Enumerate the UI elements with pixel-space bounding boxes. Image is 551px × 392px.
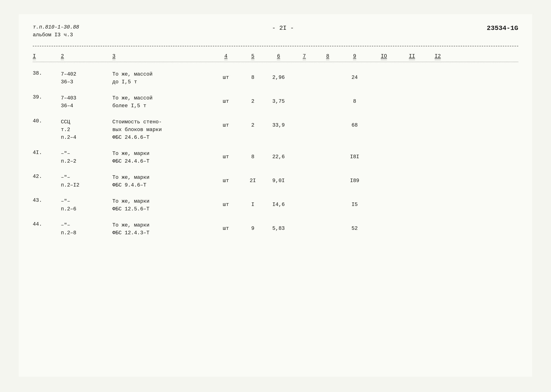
- row-44-c7: [293, 220, 316, 226]
- row-40-num: 40.: [33, 117, 61, 124]
- row-43-c7: [293, 196, 316, 202]
- row-44-c10: [370, 220, 398, 226]
- header-area: т.п.810-1-30.88 альбом I3 ч.3 - 2I - 235…: [33, 23, 518, 39]
- row-42-unit: шт: [211, 173, 241, 184]
- row-42-price: 9,0I: [265, 173, 293, 184]
- data-table: 38. 7–402 36–3 То же, массой до I,5 т шт…: [33, 64, 518, 239]
- row-38-total: 24: [339, 70, 370, 81]
- row-41-price: 22,6: [265, 149, 293, 160]
- row-39-price: 3,75: [265, 93, 293, 104]
- row-44-num: 44.: [33, 220, 61, 227]
- col-header-2: 2: [61, 53, 112, 60]
- table-row: 38. 7–402 36–3 То же, массой до I,5 т шт…: [33, 64, 518, 88]
- table-row: 40. ССЦ т.2 п.2–4 Стоимость стено- вых б…: [33, 112, 518, 144]
- row-44-c8: [316, 220, 339, 226]
- row-40-c7: [293, 117, 316, 122]
- row-38-qty: 8: [241, 70, 265, 81]
- row-41-total: I8I: [339, 149, 370, 160]
- row-40-c12: [426, 117, 449, 122]
- col-header-6: 6: [265, 53, 293, 60]
- row-44-code: –"– п.2–8: [61, 220, 112, 237]
- row-41-code: –"– п.2–2: [61, 149, 112, 165]
- row-43-c10: [370, 196, 398, 202]
- row-43-qty: I: [241, 196, 265, 208]
- row-39-c11: [398, 93, 426, 98]
- row-43-desc: То же, марки ФБС 12.5.6–Т: [112, 196, 211, 213]
- row-44-unit: шт: [211, 220, 241, 231]
- row-39-c8: [316, 93, 339, 98]
- row-40-code: ССЦ т.2 п.2–4: [61, 117, 112, 141]
- row-41-c12: [426, 149, 449, 154]
- table-row: 42. –"– п.2–I2 То же, марки ФБС 9.4.6–Т …: [33, 168, 518, 191]
- row-38-c12: [426, 70, 449, 75]
- top-dashed-line: [33, 46, 518, 46]
- col-header-4: 4: [211, 53, 241, 60]
- table-row: 44. –"– п.2–8 То же, марки ФБС 12.4.3–Т …: [33, 215, 518, 239]
- row-41-desc: То же, марки ФБС 24.4.6–Т: [112, 149, 211, 165]
- row-38-unit: шт: [211, 70, 241, 81]
- row-43-price: I4,6: [265, 196, 293, 208]
- row-38-desc: То же, массой до I,5 т: [112, 70, 211, 86]
- row-42-code: –"– п.2–I2: [61, 173, 112, 189]
- col-header-5: 5: [241, 53, 265, 60]
- row-38-num: 38.: [33, 70, 61, 76]
- row-42-num: 42.: [33, 173, 61, 180]
- row-41-unit: шт: [211, 149, 241, 160]
- row-42-c11: [398, 173, 426, 178]
- row-40-c11: [398, 117, 426, 122]
- row-41-c10: [370, 149, 398, 154]
- row-38-c11: [398, 70, 426, 75]
- row-40-price: 33,9: [265, 117, 293, 128]
- row-39-desc: То же, массой более I,5 т: [112, 93, 211, 110]
- row-43-total: I5: [339, 196, 370, 208]
- row-41-c8: [316, 149, 339, 154]
- doc-number: 23534-1G: [487, 23, 518, 32]
- row-41-qty: 8: [241, 149, 265, 160]
- row-44-c12: [426, 220, 449, 226]
- row-39-qty: 2: [241, 93, 265, 104]
- row-42-c12: [426, 173, 449, 178]
- col-header-1: I: [33, 53, 61, 60]
- table-row: 4I. –"– п.2–2 То же, марки ФБС 24.4.6–Т …: [33, 144, 518, 168]
- tp-label: т.п.810-1-30.88: [33, 23, 79, 31]
- table-row: 43. –"– п.2–6 То же, марки ФБС 12.5.6–Т …: [33, 191, 518, 215]
- row-39-total: 8: [339, 93, 370, 104]
- row-38-c8: [316, 70, 339, 75]
- row-42-c10: [370, 173, 398, 178]
- row-39-num: 39.: [33, 93, 61, 100]
- row-38-price: 2,96: [265, 70, 293, 81]
- col-header-10: IO: [370, 53, 398, 60]
- row-40-c8: [316, 117, 339, 122]
- row-38-code: 7–402 36–3: [61, 70, 112, 86]
- row-43-code: –"– п.2–6: [61, 196, 112, 213]
- row-40-qty: 2: [241, 117, 265, 128]
- row-40-c10: [370, 117, 398, 122]
- row-43-c11: [398, 196, 426, 202]
- col-header-3: 3: [112, 53, 211, 60]
- page: т.п.810-1-30.88 альбом I3 ч.3 - 2I - 235…: [19, 14, 532, 377]
- row-38-c10: [370, 70, 398, 75]
- column-headers-row: I 2 3 4 5 6 7 8 9 IO II: [33, 51, 518, 62]
- row-39-c12: [426, 93, 449, 98]
- row-44-desc: То же, марки ФБС 12.4.3–Т: [112, 220, 211, 237]
- row-39-code: 7–403 36–4: [61, 93, 112, 110]
- header-left: т.п.810-1-30.88 альбом I3 ч.3: [33, 23, 79, 39]
- row-42-total: I89: [339, 173, 370, 184]
- album-label: альбом I3 ч.3: [33, 31, 79, 39]
- row-44-qty: 9: [241, 220, 265, 231]
- table-row: 39. 7–403 36–4 То же, массой более I,5 т…: [33, 88, 518, 112]
- row-39-c7: [293, 93, 316, 98]
- col-header-7: 7: [293, 53, 316, 60]
- row-42-qty: 2I: [241, 173, 265, 184]
- row-44-total: 52: [339, 220, 370, 231]
- page-number: - 2I -: [272, 23, 294, 32]
- row-42-desc: То же, марки ФБС 9.4.6–Т: [112, 173, 211, 189]
- row-39-c10: [370, 93, 398, 98]
- row-41-num: 4I.: [33, 149, 61, 156]
- row-43-unit: шт: [211, 196, 241, 208]
- col-header-9: 9: [339, 53, 370, 60]
- row-39-unit: шт: [211, 93, 241, 104]
- row-42-c7: [293, 173, 316, 178]
- row-43-num: 43.: [33, 196, 61, 203]
- col-header-12: I2: [426, 53, 449, 60]
